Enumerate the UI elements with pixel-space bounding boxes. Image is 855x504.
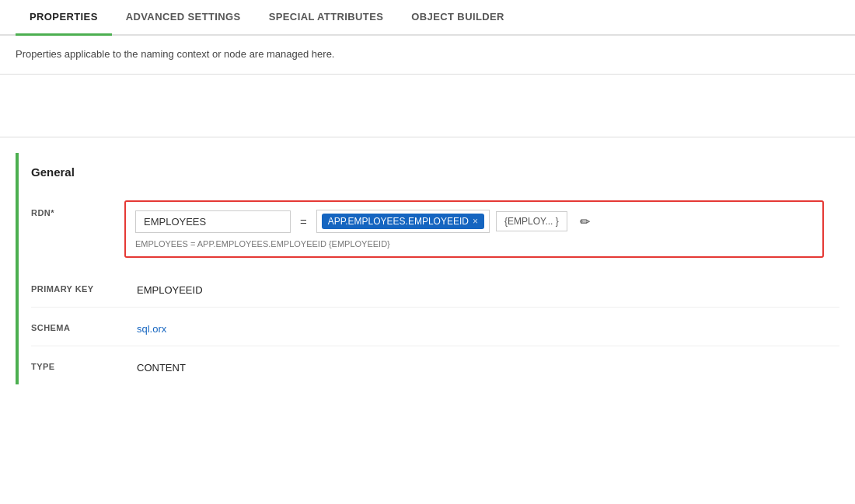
rdn-formula: EMPLOYEES = APP.EMPLOYEES.EMPLOYEEID {EM… [135, 239, 813, 249]
tab-bar: PROPERTIES ADVANCED SETTINGS SPECIAL ATT… [0, 0, 855, 36]
rdn-label: RDN* [31, 200, 124, 217]
edit-icon[interactable]: ✏ [577, 211, 593, 232]
rdn-container: = APP.EMPLOYEES.EMPLOYEEID × {EMPLOY... … [124, 200, 824, 258]
tab-advanced-settings[interactable]: ADVANCED SETTINGS [112, 0, 255, 36]
rdn-required-marker: * [51, 208, 54, 217]
type-row: TYPE CONTENT [31, 346, 839, 384]
rdn-inputs: = APP.EMPLOYEES.EMPLOYEEID × {EMPLOY... … [135, 210, 813, 233]
section-title: General [31, 165, 839, 179]
section-divider-top [0, 137, 855, 137]
page-description: Properties applicable to the naming cont… [0, 36, 855, 66]
general-section: General RDN* = APP.EMPLOYEES.EMPLOYEEID … [16, 153, 839, 384]
schema-row: SCHEMA sql.orx [31, 308, 839, 346]
schema-label: SCHEMA [31, 318, 124, 332]
primary-key-label: PRIMARY KEY [31, 280, 124, 294]
rdn-row: RDN* = APP.EMPLOYEES.EMPLOYEEID × {EMPLO… [31, 194, 839, 269]
tab-properties[interactable]: PROPERTIES [16, 0, 112, 36]
top-divider [0, 74, 855, 75]
type-value: CONTENT [137, 357, 186, 374]
rdn-tag-area[interactable]: APP.EMPLOYEES.EMPLOYEEID × [316, 210, 490, 233]
rdn-equals: = [297, 215, 310, 228]
tab-object-builder[interactable]: OBJECT BUILDER [397, 0, 518, 36]
schema-value[interactable]: sql.orx [137, 318, 166, 335]
spacer [0, 82, 855, 129]
rdn-text-input[interactable] [135, 210, 291, 233]
rdn-tag-close-icon[interactable]: × [473, 216, 478, 227]
rdn-tag-label: APP.EMPLOYEES.EMPLOYEEID [328, 216, 469, 227]
rdn-tag[interactable]: APP.EMPLOYEES.EMPLOYEEID × [322, 214, 484, 229]
type-label: TYPE [31, 357, 124, 371]
primary-key-row: PRIMARY KEY EMPLOYEEID [31, 269, 839, 308]
rdn-placeholder[interactable]: {EMPLOY... } [496, 211, 567, 231]
tab-special-attributes[interactable]: SPECIAL ATTRIBUTES [255, 0, 398, 36]
primary-key-value: EMPLOYEEID [137, 280, 203, 296]
